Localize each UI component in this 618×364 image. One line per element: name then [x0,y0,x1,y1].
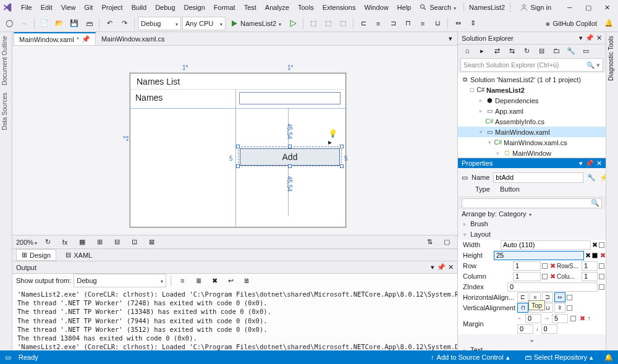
menu-analyze[interactable]: Analyze [261,2,293,13]
rail-document-outline[interactable]: Document Outline [0,32,9,89]
category-text[interactable]: ▹Text [458,345,606,350]
arrange-by-dropdown[interactable]: Arrange by: Category [458,210,606,219]
refresh-button[interactable]: ↻ [520,44,533,57]
align-middle-button[interactable]: ≡ [416,17,430,30]
snap-toggle-a[interactable]: ⊞ [93,235,106,249]
configuration-dropdown[interactable]: Debug [138,17,181,30]
window-solution-label[interactable]: NamesList2 [464,2,510,12]
panel-pin-icon[interactable]: 📌 [437,263,446,271]
margin-bottom-input[interactable] [541,324,557,334]
notifications-icon[interactable]: 🔔 [602,17,616,30]
nav-forward-button[interactable]: → [17,17,31,30]
status-bell-icon[interactable]: 🔔 [604,353,613,362]
view-tab-xaml[interactable]: ⊟ XAML [60,249,98,261]
tab-mainwindow-xaml[interactable]: MainWindow.xaml* 📌 [14,32,96,45]
panel-pin-icon[interactable]: 📌 [585,34,594,42]
output-source-dropdown[interactable]: Debug [74,274,166,287]
prop-column-input[interactable] [513,272,541,281]
panel-pin-icon[interactable]: 📌 [585,159,594,167]
nav-back-button[interactable]: ◯ [2,17,16,30]
select-repository[interactable]: 🗃 Select Repository ▴ [521,353,597,362]
category-brush[interactable]: ▹Brush [458,219,606,229]
properties-search-input[interactable]: 🔍 [462,198,602,208]
panel-dropdown-icon[interactable]: ▾ [579,34,583,42]
grid-toggle[interactable]: ▦ [75,235,89,249]
align-left-button[interactable]: ⊏ [357,17,370,30]
menu-git[interactable]: Git [80,2,96,13]
effects-toggle[interactable]: fx [58,235,72,249]
prop-marker[interactable] [599,242,604,248]
quick-launch-search[interactable]: Search [416,2,460,12]
menu-build[interactable]: Build [128,2,150,13]
dist-v-button[interactable]: ⇕ [466,17,480,30]
preview-button[interactable]: ▭ [579,44,593,57]
prop-colspan-input[interactable] [582,272,598,281]
panel-close-icon[interactable]: ✕ [596,34,602,42]
undo-button[interactable]: ↶ [103,17,116,30]
expand-pane-button[interactable]: ▢ [440,235,454,249]
minimize-button[interactable]: ─ [561,1,578,14]
tree-project-node[interactable]: ▢C#NamesList2 [458,85,606,95]
pending-changes-filter[interactable]: ⇄ [490,44,504,57]
menu-format[interactable]: Format [210,2,239,13]
design-textbox[interactable] [239,92,341,104]
halign-left[interactable]: ⊏ [517,292,528,302]
maximize-button[interactable]: ▢ [580,1,597,14]
tree-assemblyinfo[interactable]: C#AssemblyInfo.cs [458,116,606,127]
reset-icon[interactable]: ✖ [585,252,591,260]
tool-c[interactable]: ⬚ [336,17,350,30]
panel-close-icon[interactable]: ✕ [448,263,454,271]
halign-stretch[interactable]: ⇔ [554,292,565,302]
delete-icon[interactable]: ✖ [600,252,606,260]
add-to-source-control[interactable]: ↑ Add to Source Control ▴ [427,353,514,362]
lightbulb-icon[interactable]: 💡▸ [328,133,338,143]
zoom-combo[interactable]: 200% [16,239,37,246]
design-add-button[interactable]: Add [240,148,340,166]
menu-edit[interactable]: Edit [37,2,56,13]
view-tab-design[interactable]: ⊞ Design [16,249,56,261]
close-button[interactable]: ✕ [598,1,616,14]
home-button[interactable]: ⌂ [460,44,474,57]
tree-mainwindow-class[interactable]: ▹⬡MainWindow [458,148,606,158]
rail-data-sources[interactable]: Data Sources [0,89,9,134]
category-layout[interactable]: ▿Layout [458,229,606,240]
snap-toggle-d[interactable]: ⊠ [145,235,158,249]
prop-width-input[interactable] [501,240,591,250]
design-label-names[interactable]: Names [135,93,163,103]
tree-app-xaml[interactable]: ▹▭App.xaml [458,106,606,116]
switch-views-button[interactable]: ▸ [475,44,489,57]
open-button[interactable]: 📂 [53,17,66,30]
menu-view[interactable]: View [57,2,80,13]
show-all-files-button[interactable]: 🗀 [549,44,563,57]
save-all-button[interactable]: 🗃 [82,17,96,30]
github-copilot-button[interactable]: ⎈ GitHub Copilot [542,19,601,28]
solution-search-input[interactable]: Search Solution Explorer (Ctrl+ü) 🔍 ▾ [460,58,603,72]
menu-help[interactable]: Help [394,2,415,13]
menu-file[interactable]: File [17,2,36,13]
prop-zindex-input[interactable] [507,282,598,292]
design-window[interactable]: Names List Names Add 💡▸ 5 [130,73,346,227]
start-without-debug-button[interactable] [286,17,300,30]
collapse-all-button[interactable]: ⊟ [535,44,548,57]
prop-height-input[interactable] [494,251,584,260]
menu-window[interactable]: Window [360,2,392,13]
prop-row-input[interactable] [513,261,541,271]
tab-mainwindow-cs[interactable]: MainWindow.xaml.cs [96,33,171,44]
save-button[interactable]: 💾 [67,17,81,30]
snap-toggle-b[interactable]: ⊟ [110,235,124,249]
menu-tools[interactable]: Tools [294,2,318,13]
tool-a[interactable]: ⬚ [307,17,320,30]
output-wrap-button[interactable]: ↩ [224,274,237,287]
expand-more-button[interactable]: ⌄ [458,334,606,345]
reset-icon[interactable]: ✖ [592,241,598,249]
fit-button[interactable]: ↻ [41,235,54,249]
align-bottom-button[interactable]: ⊔ [431,17,444,30]
output-clear-button[interactable]: ✖ [208,274,221,287]
new-project-button[interactable]: 📄 [38,17,51,30]
sign-in-button[interactable]: Sign in [517,2,555,12]
menu-test[interactable]: Test [240,2,260,13]
prop-marker[interactable] [592,253,598,258]
pin-icon[interactable]: 📌 [82,35,90,43]
start-debugging-button[interactable]: NamesList2 [227,17,285,30]
panel-dropdown-icon[interactable]: ▾ [431,263,434,271]
